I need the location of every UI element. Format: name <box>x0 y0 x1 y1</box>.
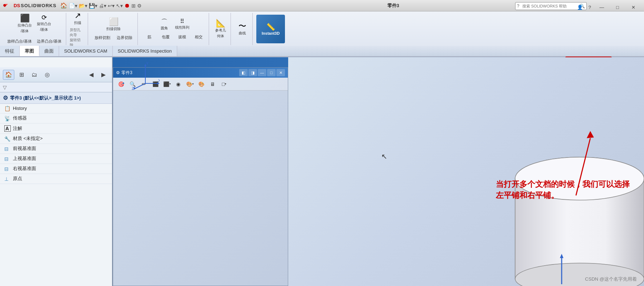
red-arrow <box>533 127 597 200</box>
intersect-btn[interactable]: 相交 <box>191 32 207 41</box>
sw-monitor-btn[interactable]: 🖥 <box>208 79 218 89</box>
open-icon[interactable]: 📂▾ <box>79 3 87 9</box>
ribbon-group-cut: ⬜ 扫描切除 放样切割 边界切除 <box>89 13 138 45</box>
extrude-cut-icon: ⬜ <box>109 18 118 26</box>
ribbon-group-scan: ↗ 扫描 异型孔向导 旋转切除 <box>68 13 88 45</box>
sw-zoom-target-btn[interactable]: 🎯 <box>116 79 126 89</box>
svg-text:X: X <box>158 79 160 83</box>
draft-btn[interactable]: 拔模 <box>174 32 190 41</box>
scan-icon: ↗ <box>74 12 81 20</box>
sub-maximize-btn[interactable]: □ <box>267 69 276 76</box>
ribbon-group-solid: ⬛ 拉伸凸台 /基体 ⟳ 旋转凸台 /基体 放样凸台/基体 边界凸台/基体 <box>3 13 66 45</box>
tree-item-front-plane-label: 前视基准面 <box>13 146 36 152</box>
sub-window-icon: ⚙ <box>116 70 120 75</box>
save-icon[interactable]: 💾▾ <box>89 3 97 9</box>
search-icon: ? <box>515 4 521 9</box>
drill-label: 异型孔向导 <box>70 28 81 38</box>
undo-icon[interactable]: ↩▾ <box>108 3 115 9</box>
sw-shading-btn[interactable]: ◉ <box>173 79 183 89</box>
scan-btn[interactable]: ↗ 扫描 <box>70 10 86 27</box>
boundary-boss-btn[interactable]: 边界凸台/基体 <box>35 37 64 45</box>
search-input[interactable] <box>521 4 578 8</box>
tree-item-material[interactable]: 🔧 材质 <未指定> <box>0 134 112 144</box>
tree-item-annotations[interactable]: A 注解 <box>0 123 112 134</box>
tab-solidworks-cam[interactable]: SOLIDWORKS CAM <box>59 46 113 56</box>
pattern-icon: ⠿ <box>180 19 184 24</box>
home-icon[interactable]: 🏠 <box>60 2 67 9</box>
boundary-cut-btn[interactable]: 边界切除 <box>114 33 135 42</box>
sw-display-btn[interactable]: ⬛▾ <box>162 79 172 89</box>
print-icon[interactable]: 🖨▾ <box>99 3 106 9</box>
curves-btn[interactable]: 〜 曲线 <box>234 21 250 37</box>
reference-geometry-btn[interactable]: 📐 参考几 何体 <box>213 18 228 40</box>
feature-tree: ⚙ 零件3 (默认<<默认>_显示状态 1>) 📋 History 📡 传感器 … <box>0 92 112 286</box>
sub-minimize-btn[interactable]: — <box>258 69 266 76</box>
tree-item-top-plane[interactable]: ⊟ 上视基准面 <box>0 154 112 164</box>
history-icon: 📋 <box>4 106 11 111</box>
svg-line-4 <box>135 83 145 89</box>
sub-tile-right-btn[interactable]: ◨ <box>248 69 257 76</box>
ribbon-tabs: 特征 草图 曲面 SOLIDWORKS CAM SOLIDWORKS Inspe… <box>0 46 644 57</box>
loft-cut-btn[interactable]: 放样切割 <box>92 33 113 42</box>
tree-root-item[interactable]: ⚙ 零件3 (默认<<默认>_显示状态 1>) <box>0 92 112 104</box>
svg-text:Z: Z <box>132 87 134 91</box>
sub-tile-left-btn[interactable]: ◧ <box>239 69 248 76</box>
new-icon[interactable]: 📄▾ <box>69 3 77 9</box>
panel-home-btn[interactable]: 🏠 <box>3 70 14 80</box>
extrude-cut-btn[interactable]: ⬜ 扫描切除 <box>104 16 123 33</box>
sub-window-controls: ◧ ◨ — □ ✕ <box>239 69 285 76</box>
help-question-icon[interactable]: ? <box>586 4 593 11</box>
ribbon-group-curves: 〜 曲线 <box>232 13 253 45</box>
filter-icon: ▽ <box>3 84 7 90</box>
tree-root-label: 零件3 (默认<<默认>_显示状态 1>) <box>10 95 81 101</box>
tree-item-right-plane[interactable]: ⊟ 右视基准面 <box>0 164 112 174</box>
loft-boss-btn[interactable]: 放样凸台/基体 <box>5 37 34 45</box>
wrap-btn[interactable]: 包覆 <box>158 32 174 41</box>
coord-axes: Y X Z <box>131 62 160 92</box>
left-panel: 🏠 ⊞ 🗂 ◎ ◀ ▶ ▽ ⚙ 零件3 (默认<<默认>_显示状态 1>) 📋 … <box>0 57 113 286</box>
sw-render-btn[interactable]: 🎨 <box>196 79 206 89</box>
sub-window: ⚙ 零件3 ◧ ◨ — □ ✕ 🎯 🔍 ✏ ⬛ ⬛▾ ◉ 🎨▾ 🎨 🖥 □▾ <box>113 67 288 286</box>
rib-btn[interactable]: 筋 <box>141 32 157 41</box>
select-icon[interactable]: ↖▾ <box>116 3 123 9</box>
main-viewport[interactable]: ↖ 当打开多个文档的时候，我们可以选择 左平铺和右平铺。 <box>288 57 644 286</box>
panel-grid-btn[interactable]: ⊞ <box>16 70 27 80</box>
panel-next-btn[interactable]: ▶ <box>98 70 109 80</box>
panel-target-btn[interactable]: ◎ <box>42 70 53 80</box>
tab-solidworks-inspection[interactable]: SOLIDWORKS Inspection <box>113 46 177 56</box>
panel-toolbar: 🏠 ⊞ 🗂 ◎ ◀ ▶ <box>0 67 112 82</box>
tree-item-origin[interactable]: ⊥ 原点 <box>0 174 112 184</box>
tree-item-front-plane[interactable]: ⊟ 前视基准面 <box>0 144 112 154</box>
material-icon: 🔧 <box>4 136 11 142</box>
view-icon[interactable]: ⊞ <box>131 3 136 9</box>
sw-appearance-btn[interactable]: 🎨▾ <box>185 79 195 89</box>
tree-item-history[interactable]: 📋 History <box>0 104 112 113</box>
settings-icon[interactable]: ⚙ <box>137 3 142 9</box>
tab-sketch[interactable]: 草图 <box>20 46 39 56</box>
top-plane-icon: ⊟ <box>4 156 11 162</box>
tab-surface[interactable]: 曲面 <box>39 46 59 56</box>
origin-icon: ⊥ <box>4 176 11 182</box>
tree-item-annotations-label: 注解 <box>13 126 22 132</box>
cursor-arrow-icon: ↖ <box>381 152 387 160</box>
sub-close-btn[interactable]: ✕ <box>276 69 285 76</box>
user-icon[interactable]: 👤 <box>575 4 585 11</box>
logo-text: DS <box>14 3 20 8</box>
panel-layers-btn[interactable]: 🗂 <box>29 70 40 80</box>
extrude-boss-icon: ⬛ <box>20 14 30 22</box>
extrude-boss-btn[interactable]: ⬛ 拉伸凸台 /基体 <box>15 13 34 35</box>
pattern-btn[interactable]: ⠿ 线性阵列 <box>173 17 192 32</box>
ribbon-group-reference: 📐 参考几 何体 <box>210 13 231 45</box>
tree-item-history-label: History <box>13 106 27 111</box>
fillet-btn[interactable]: ⌒ 圆角 <box>156 17 172 32</box>
sw-extra-btn[interactable]: □▾ <box>219 79 229 89</box>
record-icon[interactable]: ⏺ <box>124 3 130 9</box>
svg-line-15 <box>576 138 590 195</box>
revolve-boss-btn[interactable]: ⟳ 旋转凸台 /基体 <box>35 13 53 35</box>
tree-item-sensors[interactable]: 📡 传感器 <box>0 113 112 123</box>
tab-features[interactable]: 特征 <box>0 46 20 56</box>
ribbon-group-instant3d: 📏 Instant3D <box>254 13 287 45</box>
instant3d-btn[interactable]: 📏 Instant3D <box>256 15 285 43</box>
panel-prev-btn[interactable]: ◀ <box>86 70 97 80</box>
revolve-boss-icon: ⟳ <box>42 14 47 21</box>
